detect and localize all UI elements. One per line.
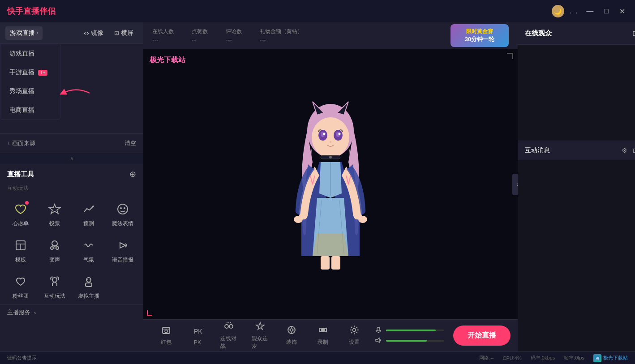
status-right: 网络:-- CPU:4% 码率:0kbps 帧率:0fps 极 极光下载站 bbox=[479, 354, 628, 362]
maximize-button[interactable]: □ bbox=[601, 6, 611, 16]
minimize-button[interactable]: — bbox=[584, 6, 596, 16]
volume-section bbox=[370, 327, 450, 345]
dropdown-item-ecom[interactable]: 电商直播 bbox=[0, 101, 60, 120]
svg-point-16 bbox=[87, 279, 88, 280]
speaker-icon bbox=[375, 337, 382, 345]
tool-voice-report[interactable]: 语音播报 bbox=[106, 232, 140, 268]
center-area: 在线人数 --- 点赞数 -- 评论数 --- 礼物金额（黄钻） --- 限时黄… bbox=[143, 22, 518, 351]
messages-settings-icon[interactable]: ⚙ bbox=[622, 147, 627, 154]
dropdown-item-mobile[interactable]: 手游直播 1+ bbox=[0, 63, 60, 82]
toolbar-audience-connect-button[interactable]: 观众连麦 bbox=[245, 318, 276, 354]
mic-slider[interactable] bbox=[386, 330, 444, 331]
preview-expand-button[interactable]: › bbox=[512, 174, 518, 195]
audience-expand-icon[interactable]: ⊡ bbox=[632, 29, 635, 38]
vote-label: 投票 bbox=[49, 220, 60, 227]
stats-bar: 在线人数 --- 点赞数 -- 评论数 --- 礼物金额（黄钻） --- 限时黄… bbox=[143, 22, 518, 49]
tool-predict[interactable]: 预测 bbox=[72, 196, 106, 232]
svg-rect-15 bbox=[86, 283, 92, 287]
tool-fan-club[interactable]: 粉丝团 bbox=[4, 268, 38, 304]
landscape-label: 横屏 bbox=[121, 29, 133, 37]
messages-content bbox=[518, 160, 635, 351]
banner-button[interactable]: 限时黄金赛 30分钟一轮 bbox=[451, 24, 509, 47]
main-layout: 游戏直播 › ⇔ 镜像 ⊡ 横屏 游戏直播 手游直播 1+ 秀场直播 bbox=[0, 22, 635, 351]
comments-label: 评论数 bbox=[226, 28, 242, 35]
tool-vibe[interactable]: 气氛 bbox=[72, 232, 106, 268]
tool-vote[interactable]: 投票 bbox=[38, 196, 72, 232]
fan-club-label: 粉丝团 bbox=[13, 292, 29, 300]
messages-expand-icon[interactable]: ⊡ bbox=[633, 147, 635, 154]
tool-interactive[interactable]: 互动玩法 bbox=[38, 268, 72, 304]
dropdown-item-show[interactable]: 秀场直播 bbox=[0, 82, 60, 101]
svg-marker-44 bbox=[256, 322, 264, 330]
bottom-toolbar: 红包 PK PK 连线对战 观众连麦 bbox=[143, 319, 518, 351]
virtual-host-icon bbox=[80, 273, 98, 291]
clear-scenes-button[interactable]: 清空 bbox=[124, 139, 136, 147]
close-button[interactable]: ✕ bbox=[617, 6, 628, 17]
svg-point-4 bbox=[120, 207, 122, 209]
avatar[interactable]: 🌙 bbox=[552, 5, 564, 17]
nav-mirror[interactable]: ⇔ 镜像 bbox=[79, 26, 108, 40]
toolbar-decoration-button[interactable]: 装饰 bbox=[276, 321, 307, 350]
nav-game-live[interactable]: 游戏直播 › bbox=[5, 26, 43, 40]
svg-text:PK: PK bbox=[194, 328, 202, 335]
vibe-icon bbox=[80, 236, 98, 254]
character-preview bbox=[263, 95, 398, 274]
banner-line2: 30分钟一轮 bbox=[458, 35, 502, 43]
tools-more-button[interactable]: ⊕ bbox=[129, 169, 136, 179]
toolbar-connect-battle-button[interactable]: 连线对战 bbox=[213, 318, 245, 354]
mirror-label: 镜像 bbox=[91, 29, 103, 37]
mobile-badge: 1+ bbox=[38, 70, 47, 76]
toolbar-redpack-button[interactable]: 红包 bbox=[150, 321, 182, 350]
svg-point-13 bbox=[52, 278, 57, 282]
scenes-bar: + 画面来源 清空 bbox=[0, 133, 143, 153]
game-live-label: 游戏直播 bbox=[10, 29, 35, 37]
svg-point-39 bbox=[165, 330, 167, 333]
fps-status: 帧率:0fps bbox=[564, 355, 584, 361]
toolbar-settings-button[interactable]: 设置 bbox=[339, 321, 370, 350]
connect-battle-icon bbox=[224, 321, 234, 334]
toolbar-pk-button[interactable]: PK PK bbox=[182, 322, 213, 349]
expand-icon: › bbox=[517, 181, 518, 188]
collapse-bar[interactable]: ∧ bbox=[0, 153, 143, 164]
svg-point-28 bbox=[330, 141, 331, 143]
cpu-status: CPU:4% bbox=[503, 355, 522, 361]
tool-voice-change[interactable]: 变声 bbox=[38, 232, 72, 268]
add-scene-button[interactable]: + 画面来源 bbox=[7, 139, 35, 147]
toolbar-record-button[interactable]: 录制 bbox=[307, 321, 339, 350]
preview-corner-bl bbox=[147, 310, 152, 316]
status-notice[interactable]: 证码公告提示 bbox=[7, 355, 37, 361]
connect-battle-label: 连线对战 bbox=[220, 335, 237, 350]
tool-magic-face[interactable]: 魔法表情 bbox=[106, 196, 140, 232]
audience-header: 在线观众 ⊡ bbox=[518, 22, 635, 45]
app-title: 快手直播伴侣 bbox=[7, 6, 56, 17]
svg-point-34 bbox=[294, 216, 303, 223]
gifts-label: 礼物金额（黄钻） bbox=[260, 28, 303, 35]
interactive-label: 互动玩法 bbox=[44, 292, 65, 300]
svg-text:极: 极 bbox=[595, 357, 599, 361]
svg-point-17 bbox=[90, 279, 90, 280]
nav-landscape[interactable]: ⊡ 横屏 bbox=[110, 26, 138, 40]
svg-point-21 bbox=[312, 117, 349, 158]
status-bar: 证码公告提示 网络:-- CPU:4% 码率:0kbps 帧率:0fps 极 极… bbox=[0, 351, 635, 364]
status-logo: 极 极光下载站 bbox=[593, 354, 628, 362]
wishlist-label: 心愿单 bbox=[13, 220, 29, 227]
start-live-button[interactable]: 开始直播 bbox=[453, 325, 511, 346]
mic-volume-row bbox=[375, 327, 444, 334]
character-svg bbox=[281, 95, 380, 274]
host-services: 主播服务 › bbox=[0, 304, 143, 320]
add-scene-label: + 画面来源 bbox=[7, 139, 35, 147]
voice-change-icon bbox=[46, 236, 64, 254]
svg-point-30 bbox=[329, 156, 332, 158]
tool-virtual-host[interactable]: 虚拟主播 bbox=[72, 268, 106, 304]
dropdown-item-game[interactable]: 游戏直播 bbox=[0, 44, 60, 63]
settings-label: 设置 bbox=[349, 338, 360, 346]
svg-point-35 bbox=[358, 216, 367, 223]
wishlist-icon bbox=[12, 200, 30, 218]
landscape-icon: ⊡ bbox=[114, 30, 119, 36]
mic-icon bbox=[375, 327, 382, 334]
speaker-slider[interactable] bbox=[386, 340, 444, 342]
tool-template[interactable]: 模板 bbox=[4, 232, 38, 268]
host-services-label[interactable]: 主播服务 › bbox=[7, 308, 136, 317]
tool-wishlist[interactable]: 心愿单 bbox=[4, 196, 38, 232]
messages-header: 互动消息 ⚙ ⊡ bbox=[518, 141, 635, 160]
